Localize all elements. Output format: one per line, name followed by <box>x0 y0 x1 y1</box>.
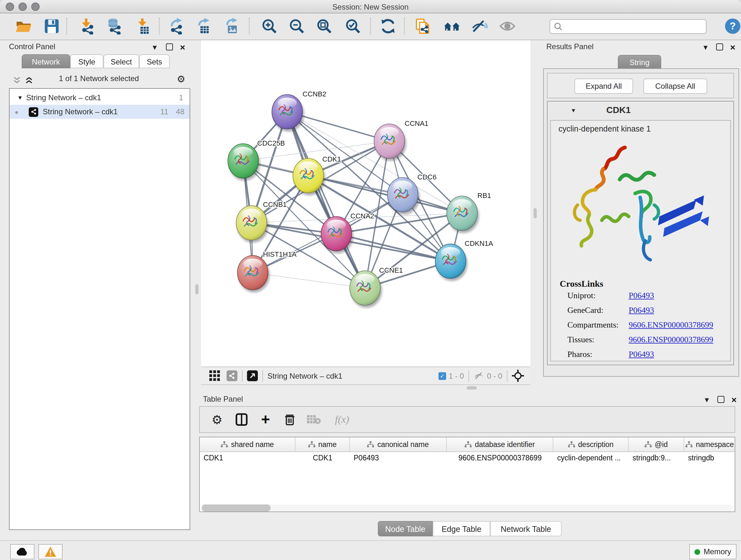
node-CCNA1[interactable] <box>374 124 406 161</box>
node-CDKN1A[interactable] <box>435 244 468 281</box>
export-network-button[interactable] <box>167 17 186 36</box>
crosslink-link[interactable]: P06493 <box>629 349 654 360</box>
open-session-button[interactable] <box>14 17 33 36</box>
save-session-button[interactable] <box>42 17 61 36</box>
column-header-database-identifier[interactable]: database identifier <box>447 437 553 451</box>
table-cell[interactable]: CDK1 <box>200 452 295 465</box>
import-network-file-button[interactable] <box>78 17 97 36</box>
memory-button[interactable]: Memory <box>689 544 737 559</box>
results-panel-float-icon[interactable]: ▼ <box>702 44 709 51</box>
table-cell[interactable]: P06493 <box>350 452 447 465</box>
zoom-in-button[interactable] <box>260 17 279 36</box>
cloud-button[interactable] <box>10 544 35 559</box>
collapse-all-button[interactable]: Collapse All <box>643 78 707 94</box>
collection-expand-icon[interactable]: ▼ <box>17 95 26 101</box>
network-canvas[interactable]: CCNB2CCNA1CDC25BCDK1CDC6RB1CCNB1CCNA2CDK… <box>201 40 530 367</box>
refresh-view-button[interactable] <box>379 17 398 36</box>
node-CDC6[interactable] <box>387 178 420 214</box>
table-row[interactable]: CDK1CDK1P064939606.ENSP00000378699cyclin… <box>200 452 735 465</box>
network-collection-row[interactable]: ▼ String Network – cdk1 1 <box>10 91 190 105</box>
export-view-icon[interactable] <box>247 370 258 381</box>
zoom-selected-button[interactable] <box>343 17 362 36</box>
crosslink-link[interactable]: 9606.ENSP00000378699 <box>629 320 713 330</box>
table-cell[interactable]: stringdb:9... <box>629 452 684 465</box>
hide-selected-button[interactable] <box>470 17 489 36</box>
table-panel-float-icon[interactable]: ▼ <box>703 396 711 403</box>
node-CCNB2[interactable] <box>272 95 304 132</box>
table-horizontal-scrollbar[interactable] <box>202 504 733 511</box>
crosshair-icon[interactable] <box>512 370 524 382</box>
collapse-all-networks-icon[interactable] <box>13 75 21 87</box>
table-panel-undock-icon[interactable] <box>718 396 724 403</box>
expand-all-networks-icon[interactable] <box>25 75 33 87</box>
warning-button[interactable] <box>38 544 63 559</box>
crosslink-link[interactable]: P06493 <box>629 291 654 301</box>
table-cell[interactable]: 9606.ENSP00000378699 <box>447 452 553 465</box>
right-divider-handle[interactable] <box>534 208 537 219</box>
network-graph[interactable]: CCNB2CCNA1CDC25BCDK1CDC6RB1CCNB1CCNA2CDK… <box>201 40 530 367</box>
hidden-eye-slash-icon[interactable] <box>474 372 484 380</box>
column-header-shared-name[interactable]: shared name <box>200 437 295 451</box>
crosslink-link[interactable]: 9606.ENSP00000378699 <box>629 334 713 345</box>
selected-checkbox-icon[interactable]: ✓ <box>439 372 446 380</box>
search-input[interactable] <box>562 21 692 32</box>
scrollbar-thumb[interactable] <box>202 504 271 511</box>
table-cell[interactable]: cyclin-dependent ... <box>553 452 629 465</box>
edge-CCNB2-CCNE1[interactable] <box>287 112 365 288</box>
export-image-button[interactable] <box>223 17 242 36</box>
network-row-selected[interactable]: ● String Network – cdk1 11 48 <box>10 105 190 119</box>
expand-all-button[interactable]: Expand All <box>575 78 633 94</box>
help-button[interactable]: ? <box>725 18 740 34</box>
tab-string[interactable]: String <box>618 55 661 69</box>
bottom-divider-handle[interactable] <box>467 386 477 389</box>
tab-network[interactable]: Network <box>22 54 70 68</box>
new-network-from-selection-button[interactable] <box>414 17 433 36</box>
tab-edge-table[interactable]: Edge Table <box>433 521 490 537</box>
results-panel-close-icon[interactable]: × <box>730 44 735 51</box>
network-share-icon[interactable] <box>226 370 238 381</box>
results-panel-undock-icon[interactable] <box>716 44 723 51</box>
table-cell[interactable]: CDK1 <box>295 452 350 465</box>
birdseye-grid-icon[interactable] <box>207 369 221 383</box>
import-network-database-button[interactable] <box>105 17 124 36</box>
gene-collapse-icon[interactable]: ▼ <box>570 107 576 114</box>
node-CCNE1[interactable] <box>350 271 382 308</box>
table-options-gear-icon[interactable]: ⚙ <box>210 413 224 427</box>
column-header-description[interactable]: description <box>553 437 629 451</box>
node-RB1[interactable] <box>447 196 479 233</box>
zoom-out-button[interactable] <box>287 17 307 36</box>
import-table-button[interactable] <box>134 17 153 36</box>
network-panel-options-gear-icon[interactable]: ⚙ <box>177 74 185 84</box>
crosslink-link[interactable]: P06493 <box>629 305 654 315</box>
node-HIST1H1A[interactable] <box>238 255 270 293</box>
control-panel-close-icon[interactable]: × <box>180 44 185 51</box>
node-CDC25B[interactable] <box>228 144 260 181</box>
control-panel-float-icon[interactable]: ▼ <box>151 44 158 51</box>
delete-column-icon[interactable] <box>283 413 297 427</box>
control-panel-undock-icon[interactable] <box>166 44 173 51</box>
edge-CDK1-RB1[interactable] <box>308 176 462 213</box>
tab-style[interactable]: Style <box>70 54 104 68</box>
tab-select[interactable]: Select <box>104 54 139 68</box>
add-column-icon[interactable]: + <box>259 413 273 427</box>
left-divider-handle[interactable] <box>195 284 199 294</box>
gene-section-header[interactable]: ▼ CDK1 <box>548 104 733 119</box>
table-panel-close-icon[interactable]: × <box>731 396 737 403</box>
column-header-canonical-name[interactable]: canonical name <box>350 437 447 451</box>
export-table-button[interactable] <box>195 17 214 36</box>
column-header-name[interactable]: name <box>295 437 350 451</box>
node-CDK1[interactable] <box>293 159 325 195</box>
show-all-button[interactable] <box>498 17 517 36</box>
tab-node-table[interactable]: Node Table <box>378 521 433 537</box>
first-neighbors-button[interactable] <box>442 17 461 36</box>
node-CCNB1[interactable] <box>236 206 268 243</box>
column-header-namespace[interactable]: namespace <box>684 437 735 451</box>
toolbar-search-field[interactable] <box>549 19 706 34</box>
tab-network-table[interactable]: Network Table <box>490 521 562 537</box>
tab-sets[interactable]: Sets <box>139 54 170 68</box>
table-cell[interactable]: stringdb <box>684 452 735 465</box>
zoom-fit-button[interactable] <box>315 17 334 36</box>
node-CCNA2[interactable] <box>321 216 353 253</box>
column-header--id[interactable]: @id <box>629 437 684 451</box>
show-columns-icon[interactable] <box>234 413 248 427</box>
